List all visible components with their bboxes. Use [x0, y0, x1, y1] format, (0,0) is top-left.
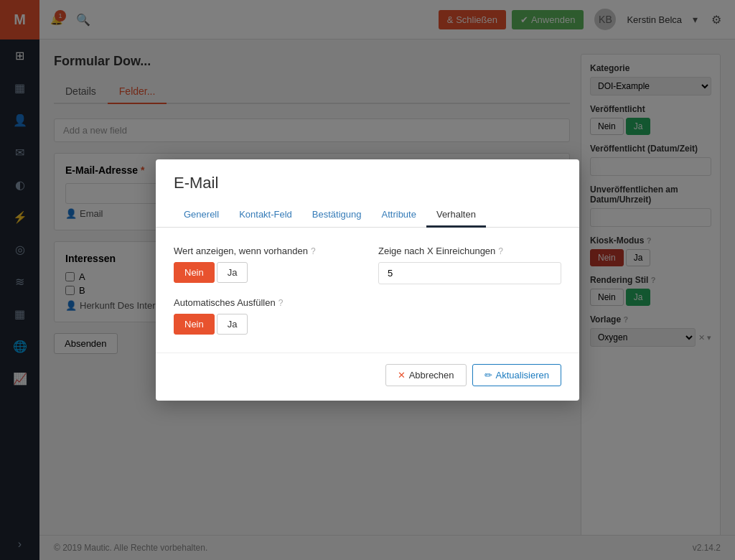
show-value-toggle: Nein Ja — [174, 262, 357, 283]
modal-tabs: Generell Kontakt-Feld Bestätigung Attrib… — [156, 203, 579, 228]
autocomplete-nein-btn[interactable]: Nein — [174, 314, 215, 335]
autocomplete-ja-btn[interactable]: Ja — [217, 314, 248, 335]
show-after-input[interactable]: 5 — [378, 262, 561, 284]
cancel-icon: ✕ — [398, 370, 406, 381]
autocomplete-help-icon[interactable]: ? — [278, 298, 284, 308]
show-value-nein-btn[interactable]: Nein — [174, 262, 215, 283]
show-value-label: Wert anzeigen, wenn vorhanden ? — [174, 246, 357, 256]
modal-col-left: Wert anzeigen, wenn vorhanden ? Nein Ja … — [174, 246, 357, 335]
modal-footer: ✕ Abbrechen ✏ Aktualisieren — [156, 353, 579, 401]
modal: E-Mail Generell Kontakt-Feld Bestätigung… — [156, 159, 579, 401]
autocomplete-toggle: Nein Ja — [174, 314, 357, 335]
modal-tab-attribute[interactable]: Attribute — [372, 203, 426, 228]
show-after-label: Zeige nach X Einreichungen ? — [378, 246, 561, 256]
modal-header: E-Mail — [156, 159, 579, 192]
autocomplete-field: Automatisches Ausfüllen ? Nein Ja — [174, 297, 357, 335]
modal-overlay[interactable]: E-Mail Generell Kontakt-Feld Bestätigung… — [0, 0, 735, 560]
modal-tab-verhalten[interactable]: Verhalten — [426, 203, 486, 228]
modal-tab-generell[interactable]: Generell — [174, 203, 229, 228]
pencil-icon: ✏ — [484, 370, 492, 381]
show-after-help-icon[interactable]: ? — [498, 246, 503, 256]
cancel-button[interactable]: ✕ Abbrechen — [385, 364, 467, 386]
modal-fields-row: Wert anzeigen, wenn vorhanden ? Nein Ja … — [174, 246, 561, 335]
modal-body: Wert anzeigen, wenn vorhanden ? Nein Ja … — [156, 228, 579, 353]
show-value-help-icon[interactable]: ? — [311, 246, 316, 256]
autocomplete-label: Automatisches Ausfüllen ? — [174, 297, 357, 308]
modal-col-right: Zeige nach X Einreichungen ? 5 — [378, 246, 561, 284]
modal-tab-kontakt[interactable]: Kontakt-Feld — [229, 203, 302, 228]
update-button[interactable]: ✏ Aktualisieren — [472, 364, 561, 386]
modal-tab-bestaetigung[interactable]: Bestätigung — [302, 203, 372, 228]
show-value-ja-btn[interactable]: Ja — [217, 262, 248, 283]
modal-title: E-Mail — [174, 174, 561, 192]
